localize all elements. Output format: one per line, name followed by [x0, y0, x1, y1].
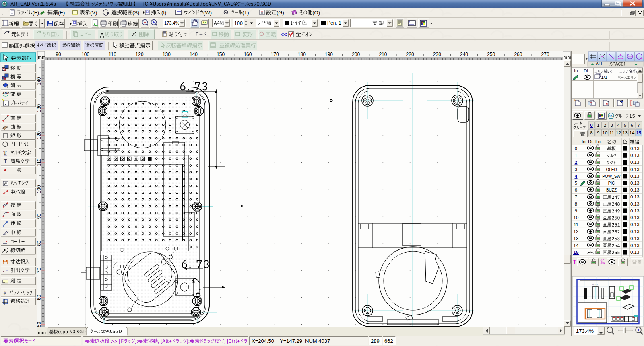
svg-text:11: 11: [574, 222, 578, 227]
svg-text:(W): (W): [203, 10, 212, 16]
svg-text:5: 5: [575, 181, 577, 185]
svg-text:289: 289: [371, 338, 380, 344]
svg-text:8: 8: [575, 202, 577, 206]
svg-text:Y=147.29: Y=147.29: [280, 338, 302, 344]
svg-text:0: 0: [575, 146, 577, 151]
svg-text:11: 11: [609, 130, 614, 135]
svg-text:POW_SW: POW_SW: [602, 174, 621, 179]
svg-text:NUM 4037: NUM 4037: [305, 338, 330, 344]
svg-text:0.13: 0.13: [630, 215, 639, 220]
svg-text:(I): (I): [161, 10, 166, 16]
svg-text:(V): (V): [90, 10, 97, 16]
svg-text:0.13: 0.13: [630, 160, 639, 165]
svg-text:0.13: 0.13: [630, 181, 639, 185]
svg-text:140: 140: [190, 51, 198, 57]
svg-text:0.13: 0.13: [630, 250, 639, 255]
svg-text:173.4%: 173.4%: [164, 21, 180, 25]
svg-text:7: 7: [575, 194, 577, 199]
svg-text:10: 10: [574, 215, 579, 220]
svg-text:3: 3: [575, 167, 577, 172]
svg-text:In.: In.: [582, 139, 587, 144]
svg-text:0.13: 0.13: [630, 194, 639, 199]
svg-text:160: 160: [244, 51, 252, 57]
svg-text:(F): (F): [33, 10, 39, 16]
svg-text:220: 220: [406, 51, 414, 57]
svg-text:120: 120: [136, 51, 144, 57]
svg-text:12: 12: [616, 130, 621, 135]
svg-text:#: #: [4, 290, 6, 296]
svg-text:80: 80: [36, 241, 42, 246]
svg-text:0.13: 0.13: [630, 222, 639, 227]
svg-text:0.13: 0.13: [630, 236, 639, 241]
svg-text:100: 100: [81, 51, 89, 57]
svg-text:15: 15: [609, 114, 613, 118]
svg-text:13: 13: [623, 130, 628, 135]
svg-text:150: 150: [217, 51, 225, 57]
svg-text:PIC: PIC: [608, 181, 615, 185]
svg-text:260: 260: [514, 51, 522, 57]
svg-text:(G): (G): [277, 10, 284, 16]
svg-text:6: 6: [575, 187, 577, 192]
svg-text:110: 110: [109, 51, 116, 57]
svg-text:1/1: 1/1: [601, 75, 607, 80]
svg-text:662: 662: [384, 338, 393, 344]
svg-text:9: 9: [597, 130, 599, 135]
svg-text:180: 180: [298, 51, 306, 57]
svg-text:ALL: ALL: [596, 61, 603, 66]
svg-text:250: 250: [487, 51, 495, 57]
svg-text:230: 230: [433, 51, 441, 57]
svg-text:(E): (E): [58, 10, 65, 16]
svg-text:173.4%: 173.4%: [576, 328, 594, 334]
svg-text:0.13: 0.13: [630, 229, 639, 234]
svg-text:ABC: ABC: [2, 91, 10, 95]
svg-text:(O): (O): [312, 10, 320, 16]
svg-text:170: 170: [271, 51, 279, 57]
svg-text:<<: <<: [281, 31, 287, 38]
svg-text:(T): (T): [242, 10, 249, 16]
svg-text:90: 90: [56, 51, 61, 57]
svg-text:0.13: 0.13: [630, 202, 639, 206]
svg-text:210: 210: [379, 51, 387, 57]
svg-text:0.13: 0.13: [630, 243, 639, 248]
svg-text:190: 190: [325, 51, 333, 57]
svg-text:BUZZ: BUZZ: [606, 188, 617, 192]
svg-text:3: 3: [611, 123, 613, 128]
svg-text:8: 8: [590, 130, 592, 135]
svg-text:70: 70: [36, 268, 42, 273]
svg-text:0.13: 0.13: [630, 167, 639, 172]
svg-text:0.13: 0.13: [630, 187, 639, 192]
svg-text:130: 130: [163, 51, 171, 57]
svg-text:140: 140: [36, 77, 42, 85]
svg-text:0.13: 0.13: [630, 174, 639, 179]
svg-text:4: 4: [575, 174, 578, 179]
svg-text:50: 50: [36, 322, 42, 327]
svg-text:0.13: 0.13: [630, 208, 639, 213]
svg-text:10: 10: [603, 130, 608, 135]
svg-text:In.: In.: [574, 68, 579, 73]
svg-text:13: 13: [574, 236, 579, 241]
svg-text:12: 12: [574, 229, 579, 234]
svg-text:Pen. 1: Pen. 1: [327, 20, 341, 26]
svg-text:0.13: 0.13: [630, 153, 639, 158]
svg-text:120: 120: [36, 131, 42, 139]
svg-text:0.13: 0.13: [630, 146, 639, 151]
svg-text:5: 5: [624, 123, 626, 128]
svg-text:Lo.: Lo.: [595, 139, 602, 144]
svg-text:100: 100: [234, 21, 243, 26]
svg-text:100: 100: [36, 185, 42, 193]
svg-text:130: 130: [36, 104, 42, 112]
svg-text:(S): (S): [132, 10, 139, 16]
svg-text:6: 6: [631, 123, 633, 128]
svg-text:2: 2: [575, 160, 577, 165]
svg-text:110: 110: [36, 158, 42, 166]
svg-text:2: 2: [604, 123, 606, 128]
svg-text:14: 14: [630, 130, 635, 135]
svg-text:0: 0: [590, 123, 592, 128]
svg-text:4: 4: [617, 123, 620, 128]
svg-text:1: 1: [575, 153, 577, 158]
svg-text:9: 9: [575, 208, 577, 213]
svg-text:240: 240: [460, 51, 468, 57]
svg-text:OLED: OLED: [606, 167, 617, 172]
svg-text:90: 90: [36, 214, 42, 219]
svg-text:X=204.50: X=204.50: [252, 338, 274, 344]
